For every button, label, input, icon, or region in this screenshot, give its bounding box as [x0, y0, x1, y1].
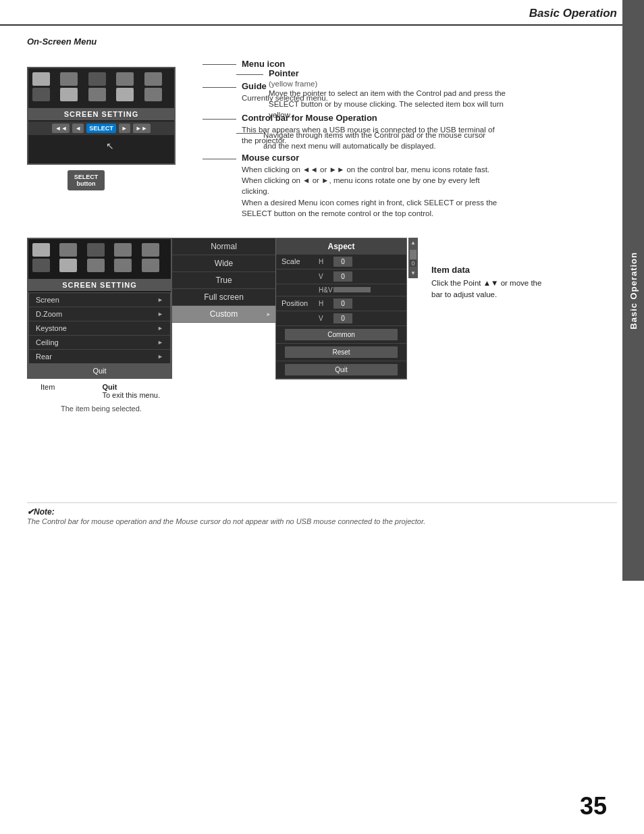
submenu-normal[interactable]: Normal — [172, 238, 275, 255]
scrollbar: ▲ 0 ▼ — [408, 238, 418, 278]
aspect-title: Aspect — [276, 238, 406, 255]
scroll-value: 0 — [411, 260, 414, 267]
select-button-area: SELECTbutton — [68, 170, 105, 190]
b-icon2 — [59, 243, 77, 257]
bottom-area: SCREEN SETTING Screen► D.Zoom► Keystone►… — [27, 238, 617, 413]
callout-line4 — [203, 159, 236, 159]
mouse-cursor-text: When clicking on ◄◄ or ►► on the control… — [242, 164, 498, 218]
scale-label: Scale — [281, 257, 319, 265]
navigate-text: Navigate through items with the Control … — [263, 130, 493, 151]
menu-item-screen[interactable]: Screen► — [29, 293, 170, 307]
main-content: On-Screen Menu SCREEN SETTING — [0, 30, 644, 527]
b-icon6 — [32, 259, 50, 272]
scale-v-label: V — [319, 273, 333, 280]
navigate-callout: Navigate through items with the Control … — [236, 127, 506, 151]
quit-label-area: Quit To exit this menu. — [102, 383, 160, 399]
pos-v-value[interactable]: 0 — [333, 313, 352, 323]
callout-mouse-cursor: Mouse cursor When clicking on ◄◄ or ►► o… — [203, 153, 617, 218]
mouse-cursor-icon: ↖ — [106, 140, 114, 151]
icon9 — [116, 88, 134, 101]
pointer-title: Pointer — [269, 68, 506, 78]
aspect-pos-v: V 0 — [276, 311, 406, 326]
scroll-value-area: 0 — [410, 260, 417, 267]
menu-icon-title: Menu icon — [242, 59, 285, 69]
bottom-left: SCREEN SETTING Screen► D.Zoom► Keystone►… — [27, 238, 172, 413]
ctrl-select[interactable]: SELECT — [86, 124, 116, 133]
b-icon5 — [142, 243, 159, 257]
right-sidebar: Basic Operation — [622, 0, 644, 581]
sidebar-text: Basic Operation — [628, 252, 639, 330]
hv-bar[interactable] — [333, 287, 371, 292]
scroll-thumb-top — [410, 250, 417, 259]
b-icon8 — [87, 259, 105, 272]
menu-quit[interactable]: Quit — [28, 364, 171, 377]
common-button[interactable]: Common — [285, 329, 398, 340]
scale-h-value[interactable]: 0 — [333, 257, 352, 267]
submenu-true[interactable]: True — [172, 272, 275, 289]
pointer-text: Move the pointer to select an item with … — [269, 88, 506, 120]
scale-v-value[interactable]: 0 — [333, 271, 352, 282]
scroll-track: 0 — [410, 248, 417, 268]
aspect-quit-button[interactable]: Quit — [285, 364, 398, 375]
mouse-cursor-title: Mouse cursor — [242, 153, 498, 163]
aspect-scale-h: Scale H 0 — [276, 255, 406, 269]
callout-mouse-cursor-content: Mouse cursor When clicking on ◄◄ or ►► o… — [242, 153, 498, 218]
screen-box-top: SCREEN SETTING ◄◄ ◄ SELECT ► ►► ↖ — [27, 67, 176, 165]
item-label-area: Item — [41, 383, 55, 391]
submenu-fullscreen[interactable]: Full screen — [172, 289, 275, 306]
aspect-pos-h: Position H 0 — [276, 296, 406, 311]
selected-note: The item being selected. — [61, 405, 172, 413]
ctrl-forward[interactable]: ► — [119, 124, 130, 133]
b-icon10 — [142, 259, 159, 272]
item-data-text: Click the Point ▲▼ or move the bar to ad… — [431, 278, 553, 301]
icon5 — [144, 72, 162, 86]
screen-title-top: SCREEN SETTING — [28, 108, 174, 120]
submenu-custom[interactable]: Custom ► — [172, 306, 275, 322]
select-button[interactable]: SELECTbutton — [68, 170, 105, 190]
note-text: The Control bar for mouse operation and … — [27, 517, 617, 527]
callout-line1 — [203, 64, 236, 65]
pointer-subtitle: (yellow frame) — [269, 80, 506, 88]
ctrl-back[interactable]: ◄ — [72, 124, 84, 133]
icon2 — [60, 72, 78, 86]
pos-label: Position — [281, 299, 319, 307]
note-title: ✔Note: — [27, 507, 617, 517]
menu-item-dzoom[interactable]: D.Zoom► — [29, 307, 170, 321]
menu-item-ceiling[interactable]: Ceiling► — [29, 336, 170, 350]
submenu-wide[interactable]: Wide — [172, 255, 275, 272]
navigate-line — [236, 133, 263, 134]
menu-item-rear[interactable]: Rear► — [29, 350, 170, 363]
bottom-diagram-labels: Item Quit To exit this menu. — [27, 383, 172, 399]
pos-h-value[interactable]: 0 — [333, 298, 352, 309]
b-icon1 — [32, 243, 50, 257]
note-section: ✔Note: The Control bar for mouse operati… — [27, 502, 617, 527]
b-icon9 — [114, 259, 132, 272]
ctrl-fastforward[interactable]: ►► — [133, 124, 151, 133]
scroll-up[interactable]: ▲ — [410, 238, 416, 248]
quit-label: Quit — [102, 383, 160, 391]
hv-bar-container — [333, 287, 371, 292]
menu-items-list: Screen► D.Zoom► Keystone► Ceiling► Rear► — [28, 292, 171, 364]
page-title: Basic Operation — [529, 7, 617, 20]
page-number: 35 — [580, 792, 607, 820]
control-bar: ◄◄ ◄ SELECT ► ►► — [28, 122, 174, 135]
screen-icon-grid-bottom — [28, 239, 171, 276]
reset-btn-row: Reset — [276, 344, 406, 361]
screen-title-bottom: SCREEN SETTING — [28, 279, 171, 291]
pointer-callouts: Pointer (yellow frame) Move the pointer … — [236, 68, 506, 151]
submenu-custom-arrow: ► — [266, 311, 271, 317]
item-label: Item — [41, 383, 55, 391]
page-header: Basic Operation — [0, 0, 644, 26]
icon6 — [32, 88, 50, 101]
icon7 — [60, 88, 78, 101]
b-icon3 — [87, 243, 105, 257]
ctrl-rewind[interactable]: ◄◄ — [52, 124, 70, 133]
scroll-down[interactable]: ▼ — [410, 268, 416, 278]
pos-h-label: H — [319, 300, 333, 307]
item-data-title: Item data — [431, 265, 553, 275]
b-icon7 — [59, 259, 77, 272]
aspect-scale-v: V 0 — [276, 269, 406, 284]
menu-item-keystone[interactable]: Keystone► — [29, 321, 170, 336]
reset-button[interactable]: Reset — [285, 346, 398, 358]
icon8 — [88, 88, 106, 101]
